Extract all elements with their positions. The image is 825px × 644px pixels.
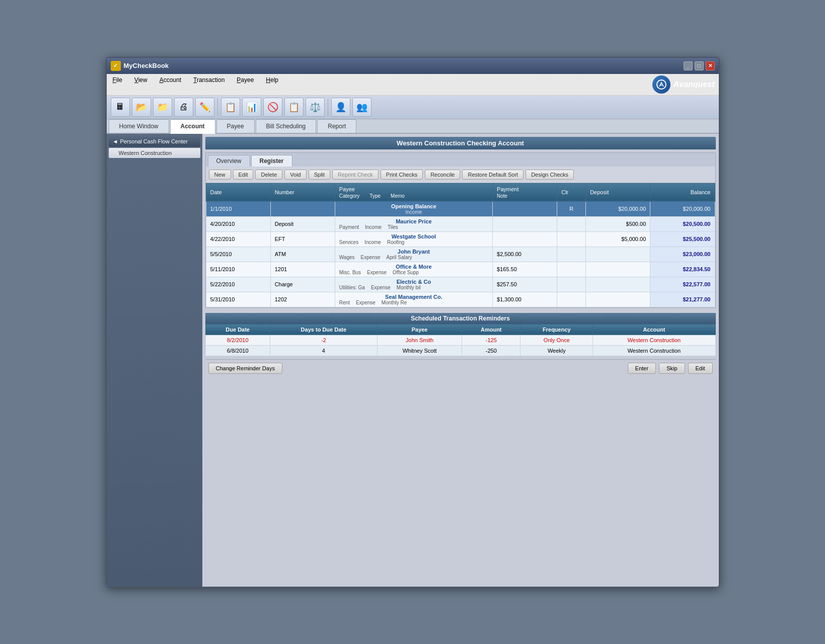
sidebar-header[interactable]: ◄ Personal Cash Flow Center [109, 136, 200, 147]
scheduled-row[interactable]: 6/8/2010 4 Whitney Scott -250 Weekly Wes… [205, 345, 715, 356]
table-row[interactable]: 5/11/2010 1201 Office & More Misc. BusEx… [206, 262, 715, 277]
void-button[interactable]: Void [284, 170, 306, 180]
delete-button[interactable]: Delete [255, 170, 282, 180]
toolbar-edit[interactable]: ✏️ [195, 98, 214, 117]
toolbar-user1[interactable]: 👤 [331, 98, 350, 117]
print-checks-button[interactable]: Print Checks [381, 170, 423, 180]
tab-home-window[interactable]: Home Window [109, 119, 169, 133]
table-row[interactable]: 5/22/2010 Charge Electric & Co Utilities… [206, 277, 715, 292]
toolbar-user2[interactable]: 👥 [352, 98, 371, 117]
toolbar-open[interactable]: 📂 [132, 98, 151, 117]
title-bar: ✓ MyCheckBook _ □ ✕ [107, 58, 719, 74]
table-row[interactable]: 4/22/2010 EFT Westgate School ServicesIn… [206, 231, 715, 247]
cell-date: 5/11/2010 [206, 262, 270, 277]
menu-transaction[interactable]: Transaction [191, 75, 227, 94]
design-checks-button[interactable]: Design Checks [526, 170, 574, 180]
tab-report[interactable]: Report [317, 119, 356, 133]
cell-number: EFT [270, 231, 335, 247]
cell-balance: $21,277.00 [650, 292, 715, 307]
scheduled-row[interactable]: 8/2/2010 -2 John Smith -125 Only Once We… [205, 335, 715, 345]
cell-frequency: Weekly [520, 345, 593, 356]
menu-account[interactable]: Account [158, 75, 183, 94]
table-row[interactable]: 4/20/2010 Deposit Maurice Price PaymentI… [206, 216, 715, 231]
restore-default-sort-button[interactable]: Restore Default Sort [462, 170, 523, 180]
cell-payment [493, 216, 557, 231]
new-button[interactable]: New [209, 170, 231, 180]
sidebar-item-western-construction[interactable]: Western Construction [109, 148, 200, 158]
tab-account[interactable]: Account [170, 119, 215, 134]
cell-clr: R [557, 201, 586, 216]
col-date: Date [206, 183, 270, 201]
toolbar-sep2 [328, 98, 328, 116]
cell-number: 1202 [270, 292, 335, 307]
toolbar-copy[interactable]: 📋 [284, 98, 304, 117]
cell-date: 5/31/2010 [206, 292, 270, 307]
bottom-bar: Change Reminder Days Enter Skip Edit [205, 359, 716, 377]
toolbar-list[interactable]: 📋 [221, 98, 240, 117]
menu-view[interactable]: View [132, 75, 149, 94]
table-row[interactable]: 5/31/2010 1202 Seal Management Co. RentE… [206, 292, 715, 307]
register-table: Date Number Payee CategoryTypeMemo Payme… [206, 183, 715, 307]
toolbar-folder[interactable]: 📁 [153, 98, 172, 117]
cell-days: -2 [270, 335, 377, 345]
sub-tabs: Overview Register [206, 153, 715, 167]
reconcile-button[interactable]: Reconcile [425, 170, 460, 180]
cell-balance: $25,500.00 [650, 231, 715, 247]
cell-clr [557, 292, 586, 307]
toolbar-sep1 [217, 98, 218, 116]
sub-tab-register[interactable]: Register [251, 155, 292, 167]
menu-bar: File View Account Transaction Payee Help… [107, 74, 719, 96]
cell-deposit: $500.00 [586, 216, 650, 231]
col-balance: Balance [650, 183, 715, 201]
toolbar-print[interactable]: 🖨 [174, 98, 193, 117]
menu-help[interactable]: Help [264, 75, 280, 94]
cell-account: Western Construction [593, 335, 715, 345]
menu-payee[interactable]: Payee [235, 75, 256, 94]
cell-balance: $20,500.00 [650, 216, 715, 231]
cell-date: 5/5/2010 [206, 247, 270, 262]
section-title: Western Construction Checking Account [205, 137, 716, 149]
col-number: Number [270, 183, 335, 201]
cell-payee: Maurice Price PaymentIncomeTiles [335, 216, 492, 231]
nav-tabs: Home Window Account Payee Bill Schedulin… [107, 119, 719, 134]
close-button[interactable]: ✕ [706, 61, 715, 70]
cell-payee: Office & More Misc. BusExpenseOffice Sup… [335, 262, 492, 277]
minimize-button[interactable]: _ [684, 61, 693, 70]
edit-reminder-button[interactable]: Edit [688, 363, 713, 374]
enter-button[interactable]: Enter [628, 363, 656, 374]
skip-button[interactable]: Skip [659, 363, 685, 374]
toolbar-balance[interactable]: ⚖️ [306, 98, 325, 117]
cell-payee: John Bryant WagesExpenseApril Salary [335, 247, 492, 262]
change-reminder-days-button[interactable]: Change Reminder Days [208, 363, 282, 374]
cell-due-date: 6/8/2010 [205, 345, 270, 356]
scheduled-table: Due Date Days to Due Date Payee Amount F… [205, 324, 716, 356]
cell-clr [557, 277, 586, 292]
tab-bill-scheduling[interactable]: Bill Scheduling [256, 119, 317, 133]
sub-tab-overview[interactable]: Overview [208, 155, 250, 167]
cell-due-date: 8/2/2010 [205, 335, 270, 345]
tab-payee[interactable]: Payee [216, 119, 255, 133]
cell-balance: $23,000.00 [650, 247, 715, 262]
cell-deposit: $20,000.00 [586, 201, 650, 216]
table-row[interactable]: 1/1/2010 Opening Balance Income R $20,00… [206, 201, 715, 216]
cell-deposit [586, 262, 650, 277]
avanquest-text: Avanquest [673, 80, 715, 89]
cell-number: Deposit [270, 216, 335, 231]
maximize-button[interactable]: □ [695, 61, 704, 70]
cell-clr [557, 216, 586, 231]
cell-payment: $257.50 [493, 277, 557, 292]
table-row[interactable]: 5/5/2010 ATM John Bryant WagesExpenseApr… [206, 247, 715, 262]
cell-date: 4/22/2010 [206, 231, 270, 247]
app-icon: ✓ [111, 61, 121, 71]
edit-button[interactable]: Edit [233, 170, 254, 180]
split-button[interactable]: Split [309, 170, 330, 180]
cell-amount: -125 [462, 335, 520, 345]
toolbar-cancel[interactable]: 🚫 [263, 98, 282, 117]
cell-balance: $22,834.50 [650, 262, 715, 277]
toolbar-chart[interactable]: 📊 [242, 98, 261, 117]
reprint-check-button[interactable]: Reprint Check [332, 170, 379, 180]
menu-file[interactable]: File [111, 75, 124, 94]
col-payee: Payee CategoryTypeMemo [335, 183, 492, 201]
cell-number: 1201 [270, 262, 335, 277]
toolbar-calculator[interactable]: 🖩 [111, 98, 130, 117]
